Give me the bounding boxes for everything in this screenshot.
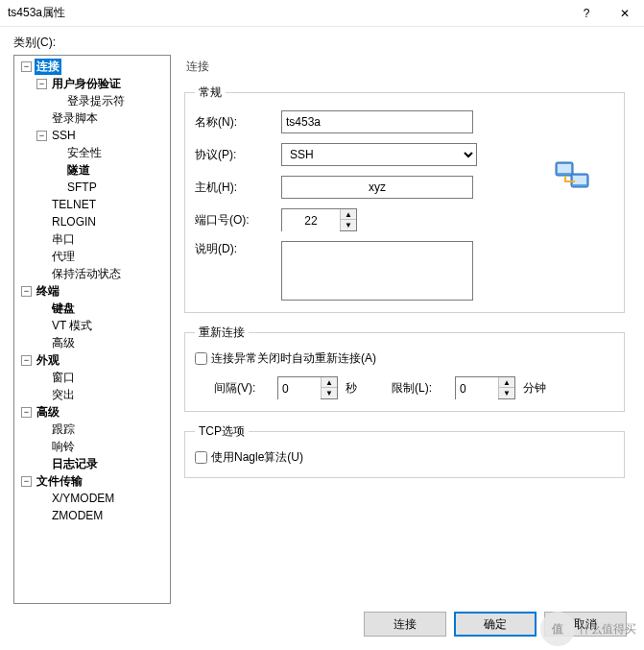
- tree-item-telnet[interactable]: TELNET: [50, 198, 98, 211]
- tree-item-bell[interactable]: 响铃: [50, 439, 77, 455]
- window-title: ts453a属性: [8, 5, 567, 21]
- tree-item-terminal[interactable]: 终端: [35, 283, 61, 300]
- tcp-group: TCP选项 使用Nagle算法(U): [184, 423, 625, 478]
- tree-item-highlight[interactable]: 突出: [50, 387, 77, 403]
- tree-item-appearance[interactable]: 外观: [35, 352, 61, 369]
- spin-up-icon[interactable]: ▲: [341, 209, 356, 220]
- auto-reconnect-label: 连接异常关闭时自动重新连接(A): [211, 350, 376, 367]
- connect-button[interactable]: 连接: [364, 612, 446, 637]
- tree-item-window[interactable]: 窗口: [50, 370, 77, 386]
- port-spinner[interactable]: ▲▼: [281, 208, 357, 231]
- spin-down-icon[interactable]: ▼: [499, 388, 514, 398]
- protocol-label: 协议(P):: [195, 147, 281, 163]
- port-input[interactable]: [282, 209, 340, 232]
- reconnect-group: 重新连接 连接异常关闭时自动重新连接(A) 间隔(V): ▲▼ 秒 限制(L):: [184, 325, 625, 412]
- limit-label: 限制(L):: [392, 380, 447, 397]
- tree-item-keepalive[interactable]: 保持活动状态: [50, 266, 123, 282]
- tree-item-loginprompt[interactable]: 登录提示符: [65, 93, 127, 109]
- name-input[interactable]: [281, 110, 473, 133]
- tree-item-keyboard[interactable]: 键盘: [50, 301, 77, 317]
- expander-icon[interactable]: −: [21, 355, 32, 366]
- tree-item-connection[interactable]: 连接: [35, 59, 61, 75]
- spin-up-icon[interactable]: ▲: [499, 377, 514, 388]
- tree-item-advanced-term[interactable]: 高级: [50, 335, 77, 351]
- tree-item-tunnel[interactable]: 隧道: [65, 162, 92, 179]
- limit-input[interactable]: [456, 377, 498, 400]
- tree-item-ssh[interactable]: SSH: [50, 129, 78, 142]
- tcp-legend: TCP选项: [195, 423, 249, 440]
- host-label: 主机(H):: [195, 180, 281, 196]
- tree-item-logging[interactable]: 日志记录: [50, 456, 100, 472]
- interval-label: 间隔(V):: [214, 380, 270, 397]
- protocol-select[interactable]: SSH: [281, 143, 477, 166]
- tree-item-rlogin[interactable]: RLOGIN: [50, 215, 98, 229]
- tree-item-xymodem[interactable]: X/YMODEM: [50, 492, 116, 505]
- tree-item-zmodem[interactable]: ZMODEM: [50, 509, 105, 522]
- name-label: 名称(N):: [195, 114, 281, 131]
- close-button[interactable]: ✕: [606, 0, 644, 27]
- tree-item-security[interactable]: 安全性: [65, 145, 104, 161]
- nagle-label: 使用Nagle算法(U): [211, 449, 303, 466]
- desc-label: 说明(D):: [195, 241, 281, 257]
- tree-item-filetransfer[interactable]: 文件传输: [35, 473, 84, 490]
- expander-icon[interactable]: −: [36, 131, 47, 141]
- spin-up-icon[interactable]: ▲: [322, 377, 337, 388]
- desc-textarea[interactable]: [281, 241, 473, 301]
- svg-rect-3: [573, 176, 586, 184]
- expander-icon[interactable]: −: [21, 407, 32, 418]
- spin-down-icon[interactable]: ▼: [322, 388, 337, 398]
- tree-item-loginscript[interactable]: 登录脚本: [50, 110, 100, 127]
- category-label: 类别(C):: [13, 35, 631, 51]
- expander-icon[interactable]: −: [21, 286, 32, 297]
- cancel-button[interactable]: 取消: [544, 612, 627, 637]
- interval-unit: 秒: [346, 380, 357, 397]
- network-icon: [554, 160, 592, 198]
- auto-reconnect-checkbox[interactable]: [195, 352, 207, 365]
- tree-item-userauth[interactable]: 用户身份验证: [50, 76, 123, 92]
- spin-down-icon[interactable]: ▼: [341, 220, 356, 230]
- limit-spinner[interactable]: ▲▼: [455, 376, 515, 399]
- tree-item-vtmode[interactable]: VT 模式: [50, 318, 94, 334]
- svg-rect-1: [558, 164, 571, 173]
- tree-item-advanced[interactable]: 高级: [35, 404, 61, 421]
- interval-spinner[interactable]: ▲▼: [277, 376, 338, 399]
- limit-unit: 分钟: [523, 380, 546, 397]
- expander-icon[interactable]: −: [36, 79, 47, 89]
- interval-input[interactable]: [278, 377, 321, 400]
- port-label: 端口号(O):: [195, 212, 281, 229]
- panel-title: 连接: [179, 55, 631, 84]
- tree-item-proxy[interactable]: 代理: [50, 249, 77, 265]
- help-button[interactable]: ?: [567, 0, 606, 27]
- tree-item-trace[interactable]: 跟踪: [50, 421, 77, 438]
- reconnect-legend: 重新连接: [195, 325, 249, 341]
- host-input[interactable]: [281, 176, 473, 199]
- general-group: 常规 名称(N): 协议(P): SSH 主机(H): 端口号(O):: [184, 84, 625, 313]
- tree-item-serial[interactable]: 串口: [50, 231, 77, 248]
- tree-item-sftp[interactable]: SFTP: [65, 181, 99, 194]
- category-tree[interactable]: −连接 −用户身份验证 登录提示符 登录脚本 −SSH 安全性 隧道 SFTP …: [13, 55, 171, 604]
- expander-icon[interactable]: −: [21, 476, 32, 487]
- expander-icon[interactable]: −: [21, 61, 32, 72]
- ok-button[interactable]: 确定: [454, 612, 537, 637]
- general-legend: 常规: [195, 84, 226, 101]
- nagle-checkbox[interactable]: [195, 451, 207, 464]
